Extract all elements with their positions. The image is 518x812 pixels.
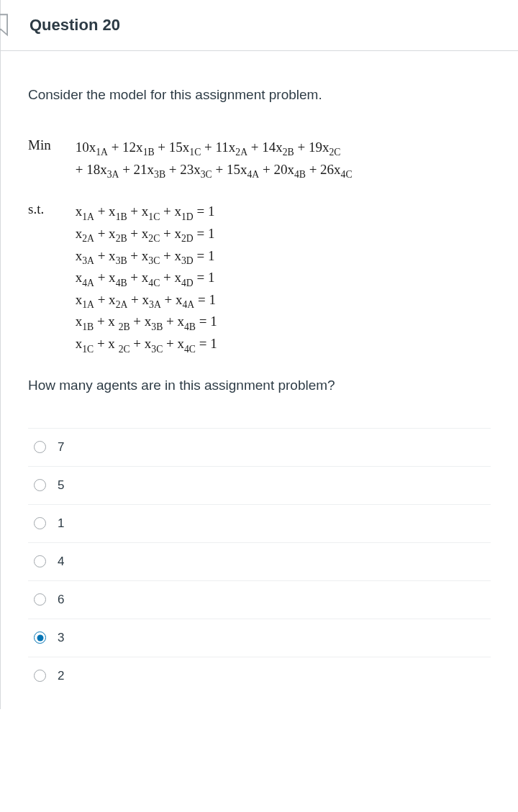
objective-line-1: 10x1A + 12x1B + 15x1C + 11x2A + 14x2B + … [76, 137, 353, 160]
constraint-line: x4A + x4B + x4C + x4D = 1 [76, 268, 353, 290]
answer-option-label: 5 [58, 478, 64, 493]
min-label: Min [28, 137, 76, 201]
objective-function: 10x1A + 12x1B + 15x1C + 11x2A + 14x2B + … [76, 137, 353, 201]
answer-option-label: 3 [58, 631, 64, 645]
constraints-list: x1A + x1B + x1C + x1D = 1x2A + x2B + x2C… [76, 201, 353, 355]
answer-option-label: 1 [58, 516, 64, 531]
radio-button[interactable] [34, 593, 46, 606]
answer-option-label: 6 [58, 593, 64, 607]
answer-option-label: 4 [58, 555, 64, 569]
radio-button[interactable] [34, 631, 46, 644]
radio-button[interactable] [34, 555, 46, 567]
objective-line-2: + 18x3A + 21x3B + 23x3C + 15x4A + 20x4B … [76, 160, 353, 182]
answer-option[interactable]: 2 [28, 657, 491, 695]
constraint-line: x1C + x 2C + x3C + x4C = 1 [76, 334, 353, 356]
answer-option[interactable]: 3 [28, 619, 491, 657]
constraint-line: x1A + x1B + x1C + x1D = 1 [76, 201, 353, 224]
constraint-line: x1A + x2A + x3A + x4A = 1 [76, 290, 353, 312]
answer-option-label: 2 [58, 669, 64, 683]
radio-button[interactable] [34, 441, 46, 453]
answer-options: 7514632 [28, 428, 491, 695]
radio-button[interactable] [34, 479, 46, 491]
math-block: Min 10x1A + 12x1B + 15x1C + 11x2A + 14x2… [28, 137, 491, 356]
radio-button[interactable] [34, 517, 46, 529]
flag-icon-wrap[interactable] [0, 13, 29, 37]
radio-button[interactable] [34, 670, 46, 682]
answer-option-label: 7 [58, 440, 64, 455]
answer-option[interactable]: 6 [28, 581, 491, 619]
question-title: Question 20 [29, 16, 120, 35]
bookmark-icon [0, 13, 11, 37]
answer-option[interactable]: 4 [28, 543, 491, 581]
answer-option[interactable]: 7 [28, 429, 491, 467]
question-prompt: Consider the model for this assignment p… [28, 87, 491, 103]
constraint-line: x3A + x3B + x3C + x3D = 1 [76, 246, 353, 268]
answer-option[interactable]: 5 [28, 467, 491, 505]
question-container: Question 20 Consider the model for this … [0, 0, 518, 709]
answer-option[interactable]: 1 [28, 505, 491, 543]
st-label: s.t. [28, 201, 76, 355]
constraint-line: x1B + x 2B + x3B + x4B = 1 [76, 311, 353, 334]
question-header: Question 20 [1, 0, 518, 51]
constraint-line: x2A + x2B + x2C + x2D = 1 [76, 224, 353, 246]
question-body: Consider the model for this assignment p… [1, 51, 518, 709]
question-followup: How many agents are in this assignment p… [28, 378, 491, 393]
